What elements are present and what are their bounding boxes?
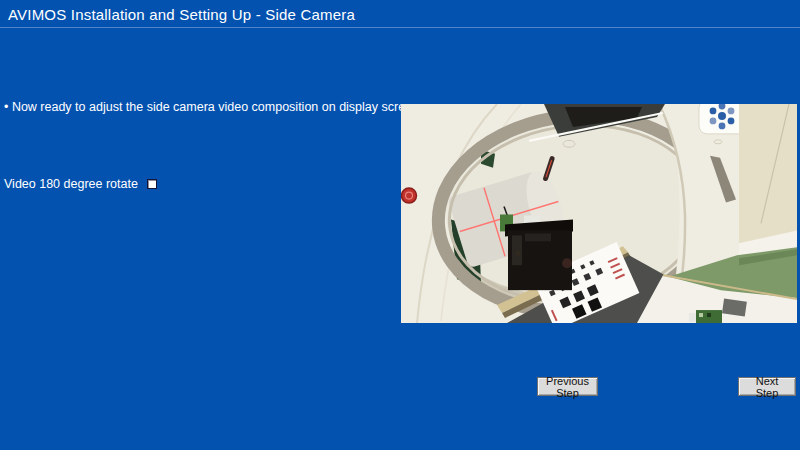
video-rotate-row: Video 180 degree rotate (4, 177, 157, 191)
title-underline (0, 27, 800, 28)
table-marker-square (722, 299, 747, 317)
photo-illustration (401, 104, 797, 323)
page-title: AVIMOS Installation and Setting Up - Sid… (8, 6, 355, 23)
video-rotate-checkbox[interactable] (147, 179, 157, 189)
room-wall (739, 104, 797, 251)
emergency-stop-button (402, 188, 417, 203)
instruction-label: Now ready to adjust the side camera vide… (12, 100, 423, 114)
previous-step-button[interactable]: Previous Step (537, 377, 598, 396)
video-rotate-label: Video 180 degree rotate (4, 177, 138, 191)
next-step-button[interactable]: Next Step (738, 377, 796, 396)
instruction-text: • Now ready to adjust the side camera vi… (4, 100, 423, 114)
bullet-marker: • (4, 100, 8, 114)
side-camera-photo (401, 104, 797, 323)
